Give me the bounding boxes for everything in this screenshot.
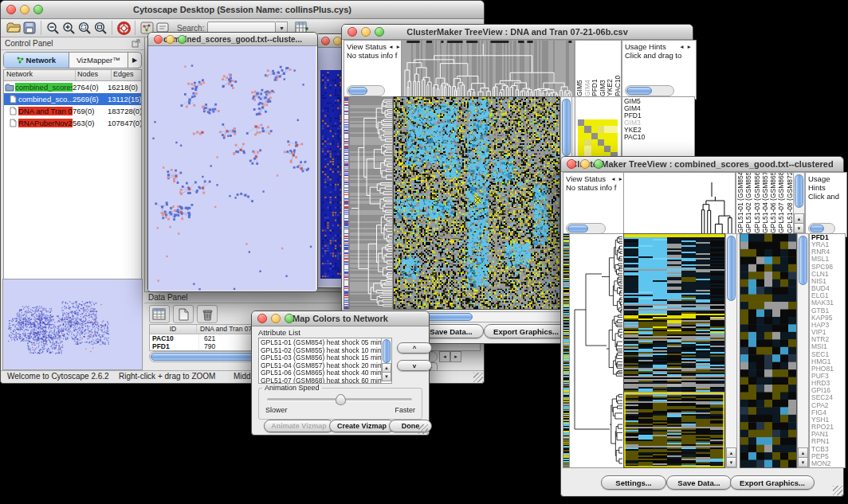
column-label[interactable]: GPL51-06 (GSM865)	[769, 173, 777, 233]
gene-label[interactable]: PAC10	[624, 134, 693, 141]
export-graphics-button[interactable]: Export Graphics...	[484, 324, 568, 338]
matrix-cell[interactable]	[598, 146, 604, 152]
column-label[interactable]: PFD1	[591, 41, 599, 96]
view-status-scrollbar[interactable]	[566, 223, 606, 234]
matrix-cell[interactable]	[604, 126, 610, 132]
zoom-matrix[interactable]	[578, 119, 618, 159]
minimize-icon[interactable]	[580, 159, 590, 169]
tab-vizmapper[interactable]: VizMapper™	[69, 53, 128, 68]
matrix-cell[interactable]	[610, 146, 617, 152]
view-status-scrollbar[interactable]	[347, 85, 385, 96]
network-list-row[interactable]: combined_scores2764(0)16218(0)	[4, 81, 141, 93]
attribute-listbox[interactable]: GPL51-01 (GSM854) heat shock 05 minGPL51…	[258, 338, 392, 384]
matrix-cell[interactable]	[584, 139, 591, 146]
close-icon[interactable]	[154, 35, 163, 44]
matrix-cell[interactable]	[591, 133, 598, 139]
create-vizmap-button[interactable]: Create Vizmap	[329, 420, 395, 432]
open-folder-icon[interactable]	[6, 21, 22, 36]
close-icon[interactable]	[321, 37, 330, 45]
scroll-down-icon[interactable]: ▼	[794, 223, 804, 233]
heatmap-canvas[interactable]	[393, 96, 560, 310]
slider-thumb[interactable]	[336, 394, 346, 405]
dialog-resize-grip[interactable]	[418, 424, 428, 434]
network-list-row[interactable]: DNA and Tran 07769(0)183728(0)	[4, 105, 141, 117]
col-header-network[interactable]: Network	[4, 70, 76, 80]
matrix-cell[interactable]	[578, 126, 584, 132]
matrix-cell[interactable]	[591, 119, 598, 126]
matrix-cell[interactable]	[598, 119, 604, 126]
zoom-fit-icon[interactable]	[92, 21, 108, 36]
main-titlebar[interactable]: Cytoscape Desktop (Session Name: collins…	[1, 1, 484, 19]
matrix-cell[interactable]	[604, 133, 610, 139]
zoom-selected-icon[interactable]	[77, 21, 92, 36]
column-dendrogram[interactable]	[623, 172, 736, 234]
close-icon[interactable]	[6, 5, 16, 14]
column-label[interactable]: PAC10	[614, 41, 622, 96]
delete-attribute-icon[interactable]	[197, 305, 218, 323]
scroll-arrows-icon[interactable]: ◄►	[679, 42, 694, 96]
matrix-cell[interactable]	[584, 133, 591, 139]
matrix-cell[interactable]	[578, 133, 584, 139]
window-resize-grip[interactable]	[473, 373, 483, 382]
close-icon[interactable]	[347, 27, 357, 37]
id-column-header[interactable]: ID	[150, 325, 197, 334]
minimize-icon[interactable]	[20, 5, 29, 14]
zoom-out-icon[interactable]	[45, 21, 61, 36]
minimize-icon[interactable]	[166, 35, 175, 44]
zoom-window-icon[interactable]	[33, 5, 43, 14]
global-overview-strip[interactable]	[344, 96, 349, 310]
matrix-cell[interactable]	[604, 139, 610, 146]
gene-label[interactable]: MON2	[811, 460, 843, 467]
tab-overflow-arrow[interactable]: ▶	[128, 53, 141, 68]
window-resize-grip[interactable]	[833, 486, 842, 495]
column-label[interactable]: GPL51-01 (GSM854)	[736, 173, 744, 233]
scroll-down-icon[interactable]: ▼	[798, 457, 808, 467]
help-lifering-icon[interactable]	[116, 21, 132, 36]
scroll-down-icon[interactable]: ▼	[726, 457, 736, 467]
matrix-cell[interactable]	[610, 119, 617, 126]
matrix-cell[interactable]	[591, 139, 598, 146]
column-label[interactable]: GPL51-04 (GSM857)	[761, 173, 769, 233]
matrix-cell[interactable]	[604, 146, 610, 152]
new-attribute-icon[interactable]	[173, 305, 194, 323]
matrix-cell[interactable]	[591, 146, 598, 152]
network-overview-canvas[interactable]	[2, 279, 143, 370]
matrix-cell[interactable]	[604, 119, 610, 126]
matrix-cell[interactable]	[610, 126, 617, 132]
matrix-cell[interactable]	[578, 139, 584, 146]
column-label[interactable]: YKE2	[606, 41, 614, 96]
column-label[interactable]: GIM4	[583, 41, 591, 96]
column-label[interactable]: GIM5	[575, 41, 583, 96]
minimize-icon[interactable]	[271, 314, 281, 323]
matrix-cell[interactable]	[598, 139, 604, 146]
matrix-cell[interactable]	[591, 126, 598, 132]
zoom-window-icon[interactable]	[594, 159, 603, 169]
zoom-heatmap-canvas[interactable]	[740, 233, 797, 468]
minimize-icon[interactable]	[361, 27, 371, 37]
heatmap-vscrollbar[interactable]: ▲ ▼	[725, 233, 737, 468]
save-icon[interactable]	[22, 21, 37, 36]
col-header-nodes[interactable]: Nodes	[76, 70, 112, 80]
usage-hints-scrollbar[interactable]	[625, 85, 674, 96]
animate-vizmap-button[interactable]: Animate Vizmap	[264, 420, 334, 432]
tab-network[interactable]: Network	[4, 53, 69, 68]
matrix-cell[interactable]	[578, 146, 584, 152]
column-label[interactable]: GIM3	[599, 41, 607, 96]
scroll-right-icon[interactable]: ►	[450, 351, 461, 362]
network-list-row[interactable]: RNAPuberNov2+!563(0)107847(0)	[4, 117, 141, 129]
matrix-cell[interactable]	[598, 133, 604, 139]
attribute-list-item[interactable]: GPL51-07 (GSM868) heat shock 60 min	[261, 377, 390, 385]
matrix-cell[interactable]	[584, 146, 591, 152]
column-label[interactable]: GPL51-02 (GSM855)	[744, 173, 752, 233]
usage-hints-scrollbar[interactable]	[808, 223, 835, 234]
column-dendrogram[interactable]	[401, 40, 575, 97]
move-up-button[interactable]: ^	[397, 342, 432, 354]
zoom-in-icon[interactable]	[61, 21, 77, 36]
col-header-edges[interactable]: Edges	[112, 70, 141, 80]
netview1-titlebar[interactable]: combined_scores_good.txt--cluste...	[148, 33, 317, 46]
network-canvas[interactable]	[148, 46, 316, 291]
save-data-button[interactable]: Save Data...	[666, 475, 732, 490]
export-graphics-button[interactable]: Export Graphics...	[730, 475, 815, 490]
zoom-window-icon[interactable]	[375, 27, 384, 37]
close-icon[interactable]	[257, 314, 267, 323]
